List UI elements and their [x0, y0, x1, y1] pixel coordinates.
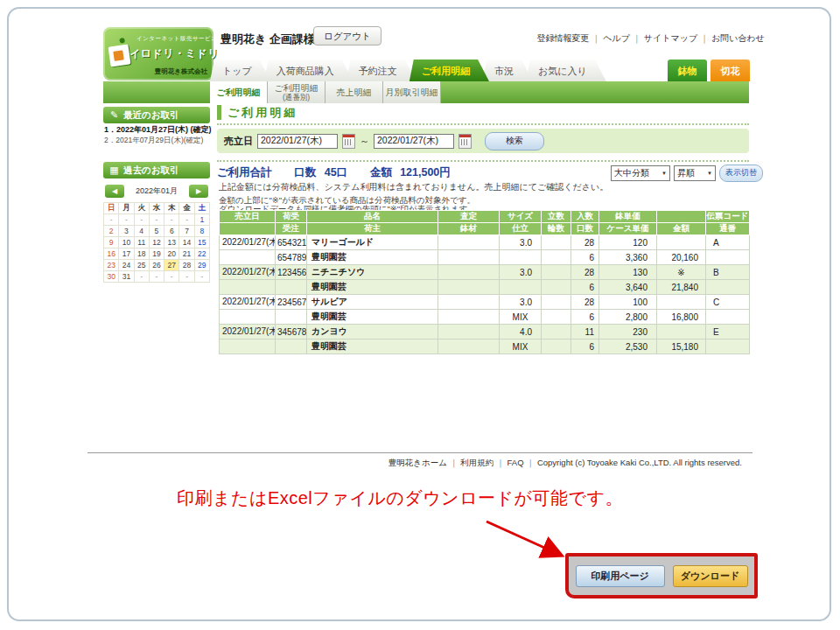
nav-tab[interactable]: トップ — [210, 60, 271, 81]
count-value: 45口 — [325, 166, 347, 178]
header-link[interactable]: ヘルプ — [603, 33, 630, 43]
footer-link[interactable]: 豊明花きホーム — [388, 458, 447, 467]
calendar-icon[interactable] — [342, 134, 355, 149]
calendar-weekday: 土 — [194, 203, 209, 214]
calendar-day[interactable]: 2 — [104, 226, 119, 237]
red-arrow — [480, 516, 576, 565]
highlight-box: 印刷用ページダウンロード — [565, 553, 758, 598]
category-select[interactable]: 大中分類 ▼ — [611, 165, 670, 181]
header-link[interactable]: 登録情報変更 — [537, 33, 590, 43]
calendar-day[interactable]: 4 — [134, 226, 149, 237]
calendar-day[interactable]: 17 — [119, 248, 134, 260]
table-cell — [706, 310, 750, 325]
calendar-day: - — [179, 271, 194, 283]
calendar-day[interactable]: 24 — [119, 260, 134, 271]
download-button[interactable]: ダウンロード — [673, 565, 748, 587]
calendar-day[interactable]: 23 — [104, 260, 119, 271]
amount-label: 金額 — [370, 166, 392, 178]
table-cell: 15,180 — [657, 340, 706, 354]
column-header: 仕立 — [500, 223, 542, 235]
column-header: 鉢単価 — [599, 211, 657, 223]
calendar-day[interactable]: 27 — [164, 260, 179, 271]
print-page-button[interactable]: 印刷用ページ — [576, 565, 665, 587]
calendar-weekdays: 日月火水木金土 — [104, 203, 210, 214]
calendar-day[interactable]: 21 — [179, 248, 194, 260]
date-to-input[interactable] — [374, 134, 454, 149]
recent-transaction[interactable]: 2．2021年07月29日(木)(確定) — [104, 135, 218, 145]
nav-tab[interactable]: 市況 — [482, 60, 533, 81]
calendar-day[interactable]: 28 — [179, 260, 194, 271]
calendar-day[interactable]: 25 — [134, 260, 149, 271]
footer-divider — [88, 452, 752, 453]
site-logo[interactable]: インターネット販売サービス イロドリ・ミドリ 豊明花き株式会社 — [103, 27, 214, 80]
table-cell: ニチニチソウ — [307, 265, 438, 280]
subtab[interactable]: 月別取引明細 — [383, 81, 441, 103]
table-cell — [438, 340, 500, 354]
category-button-cut[interactable]: 切花 — [710, 60, 750, 81]
column-header: サイズ — [500, 211, 542, 223]
calendar-day[interactable]: 11 — [134, 237, 149, 248]
table-cell: 2022/01/27(木) — [220, 235, 276, 250]
table-row: 2022/01/27(木)234567サルビア3.028100C — [220, 295, 750, 310]
nav-tab[interactable]: 予約注文 — [346, 60, 416, 81]
calendar-day[interactable]: 29 — [194, 260, 209, 271]
calendar-day[interactable]: 15 — [194, 237, 209, 248]
column-header: 通番 — [706, 223, 750, 235]
recent-transaction[interactable]: 1．2022年01月27日(木) (確定) — [104, 124, 218, 135]
header-link[interactable]: お問い合わせ — [711, 33, 765, 43]
calendar-day[interactable]: 30 — [104, 271, 119, 283]
calendar-day[interactable]: 1 — [194, 214, 209, 226]
calendar-day[interactable]: 10 — [119, 237, 134, 248]
calendar-icon[interactable] — [458, 134, 472, 149]
calendar-day: - — [149, 214, 164, 226]
copyright: Copyright (c) Toyoake Kaki Co.,LTD. All … — [537, 458, 742, 467]
display-toggle-button[interactable]: 表示切替 — [719, 164, 763, 182]
calendar-day[interactable]: 12 — [149, 237, 164, 248]
view-controls: 大中分類 ▼ 昇順 ▼ 表示切替 — [611, 164, 763, 182]
subtab[interactable]: 売上明細 — [326, 81, 383, 103]
table-row: 2022/01/27(木)345678カンヨウ4.011230E — [220, 325, 750, 340]
table-cell: 2022/01/27(木) — [220, 265, 276, 280]
calendar-day[interactable]: 26 — [149, 260, 164, 271]
table-cell: 230 — [599, 325, 657, 340]
table-cell: 130 — [599, 265, 657, 280]
subtab-label: ご利用明細 — [210, 88, 267, 97]
date-range-separator: ～ — [360, 135, 369, 148]
column-header: 受注 — [276, 223, 307, 235]
header-link[interactable]: サイトマップ — [644, 33, 697, 43]
footer-link[interactable]: 利用規約 — [460, 458, 494, 467]
table-cell — [542, 325, 571, 340]
footer-link[interactable]: FAQ — [508, 458, 524, 467]
table-cell — [542, 250, 571, 265]
nav-tab[interactable]: ご利用明細 — [410, 60, 489, 81]
search-button[interactable]: 検索 — [485, 132, 544, 150]
calendar-weekday: 火 — [134, 203, 149, 214]
calendar-day[interactable]: 16 — [104, 248, 119, 260]
calendar-day[interactable]: 6 — [164, 226, 179, 237]
sort-order-select[interactable]: 昇順 ▼ — [674, 165, 716, 181]
calendar-weekday: 金 — [179, 203, 194, 214]
column-header: 品名 — [307, 211, 438, 223]
nav-tab[interactable]: 入荷商品購入 — [264, 60, 354, 81]
next-month-button[interactable]: ▶ — [189, 185, 208, 198]
subtab[interactable]: ご利用明細(通番別) — [268, 81, 326, 103]
calendar-day[interactable]: 8 — [194, 226, 209, 237]
category-button-potted[interactable]: 鉢物 — [668, 60, 707, 81]
subtab[interactable]: ご利用明細 — [210, 81, 268, 103]
calendar-day[interactable]: 3 — [119, 226, 134, 237]
calendar-day[interactable]: 5 — [149, 226, 164, 237]
calendar-day[interactable]: 7 — [179, 226, 194, 237]
table-cell — [276, 310, 307, 325]
calendar-day[interactable]: 13 — [164, 237, 179, 248]
calendar-day[interactable]: 20 — [164, 248, 179, 260]
date-from-input[interactable] — [257, 134, 338, 149]
nav-tab[interactable]: お気に入り — [526, 60, 606, 81]
calendar-day[interactable]: 22 — [194, 248, 209, 260]
table-cell — [542, 280, 571, 295]
calendar-day[interactable]: 18 — [134, 248, 149, 260]
logout-button[interactable]: ログアウト — [313, 26, 382, 46]
calendar-day[interactable]: 9 — [104, 237, 119, 248]
calendar-day[interactable]: 19 — [149, 248, 164, 260]
calendar-day[interactable]: 31 — [119, 271, 134, 283]
calendar-day[interactable]: 14 — [179, 237, 194, 248]
